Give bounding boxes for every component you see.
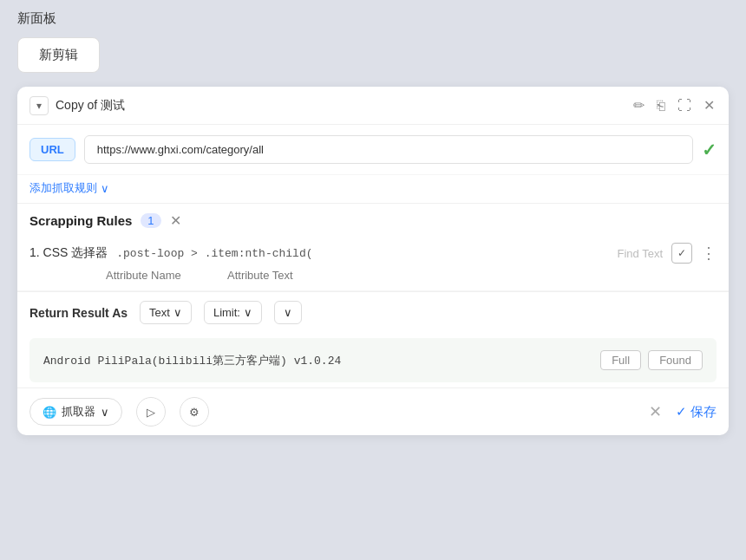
crawler-button[interactable]: 🌐 抓取器 ∨	[29, 398, 122, 426]
limit-label: Limit:	[213, 306, 240, 319]
card-title-label: Copy of 测试	[56, 98, 625, 114]
link-icon: ⎗	[657, 98, 665, 114]
url-label-button[interactable]: URL	[29, 138, 75, 161]
footer-close-icon: ✕	[649, 403, 662, 420]
add-rule-arrow-icon: ∨	[101, 182, 109, 195]
css-selector-input[interactable]	[116, 247, 608, 260]
add-rule-row: 添加抓取规则 ∨	[17, 175, 729, 204]
url-valid-icon: ✓	[702, 140, 717, 160]
text-type-label: Text	[149, 306, 170, 319]
crawler-label: 抓取器	[62, 404, 95, 420]
rule-more-button[interactable]: ⋮	[701, 244, 717, 263]
edit-button[interactable]: ✏	[631, 95, 646, 115]
play-icon: ▷	[147, 406, 155, 419]
rule-item: 1. CSS 选择器 Find Text ✓ ⋮	[17, 236, 729, 291]
rule-check-icon: ✓	[677, 247, 686, 259]
return-result-label: Return Result As	[29, 306, 128, 320]
rule-attrs-row	[29, 269, 717, 282]
url-input[interactable]	[84, 135, 693, 164]
add-rule-label: 添加抓取规则	[29, 180, 97, 196]
header-icons: ✏ ⎗ ⛶ ✕	[631, 95, 717, 115]
save-check-icon: ✓	[676, 404, 687, 420]
link-button[interactable]: ⎗	[655, 96, 667, 115]
crawler-arrow-icon: ∨	[101, 406, 109, 419]
return-result-row: Return Result As Text ∨ Limit: ∨ ∨	[17, 291, 729, 333]
globe-icon: 🌐	[43, 406, 56, 419]
expand-button[interactable]: ⛶	[676, 96, 693, 115]
settings-button[interactable]: ⚙	[180, 397, 209, 427]
edit-icon: ✏	[633, 97, 645, 114]
save-label: 保存	[690, 404, 717, 420]
extra-dropdown-icon: ∨	[284, 306, 292, 319]
expand-icon: ⛶	[677, 98, 691, 114]
attribute-name-input[interactable]	[106, 269, 219, 282]
text-type-select[interactable]: Text ∨	[140, 301, 192, 324]
scrapping-rules-title: Scrapping Rules	[29, 213, 132, 228]
scrapping-rules-header: Scrapping Rules 1 ✕	[17, 204, 729, 236]
attribute-text-input[interactable]	[227, 269, 340, 282]
rule-number-label: 1. CSS 选择器	[29, 245, 108, 261]
page-title: 新面板	[17, 10, 729, 27]
collapse-button[interactable]: ▾	[29, 96, 49, 115]
limit-dropdown-icon: ∨	[244, 306, 252, 319]
limit-select[interactable]: Limit: ∨	[204, 301, 262, 324]
result-preview: Android PiliPala(bilibili第三方客户端) v1.0.24…	[29, 338, 717, 382]
close-card-icon: ✕	[703, 97, 715, 114]
result-actions: Full Found	[600, 350, 703, 370]
close-rules-button[interactable]: ✕	[170, 212, 181, 229]
add-rule-button[interactable]: 添加抓取规则 ∨	[29, 180, 109, 196]
main-card: ▾ Copy of 测试 ✏ ⎗ ⛶ ✕	[17, 87, 729, 435]
card-footer: 🌐 抓取器 ∨ ▷ ⚙ ✕ ✓ 保存	[17, 387, 729, 435]
extra-select[interactable]: ∨	[274, 301, 302, 324]
close-rules-icon: ✕	[170, 213, 181, 228]
rule-more-icon: ⋮	[701, 244, 717, 262]
new-clip-button[interactable]: 新剪辑	[17, 37, 100, 73]
save-button[interactable]: ✓ 保存	[676, 404, 717, 420]
text-type-dropdown-icon: ∨	[173, 306, 182, 319]
found-button[interactable]: Found	[648, 350, 703, 370]
close-card-button[interactable]: ✕	[702, 95, 717, 115]
collapse-icon: ▾	[36, 100, 42, 112]
scrapping-rules-badge: 1	[141, 213, 160, 228]
url-row: URL ✓	[17, 125, 729, 175]
result-preview-text: Android PiliPala(bilibili第三方客户端) v1.0.24	[43, 353, 600, 368]
footer-left: 🌐 抓取器 ∨	[29, 398, 122, 426]
find-text-placeholder: Find Text	[617, 247, 663, 260]
rule-top-row: 1. CSS 选择器 Find Text ✓ ⋮	[29, 243, 717, 264]
full-button[interactable]: Full	[600, 350, 641, 370]
play-button[interactable]: ▷	[136, 397, 166, 427]
settings-icon: ⚙	[189, 406, 200, 419]
rule-check-button[interactable]: ✓	[671, 243, 692, 264]
footer-close-button[interactable]: ✕	[649, 402, 662, 421]
card-header: ▾ Copy of 测试 ✏ ⎗ ⛶ ✕	[17, 87, 729, 125]
